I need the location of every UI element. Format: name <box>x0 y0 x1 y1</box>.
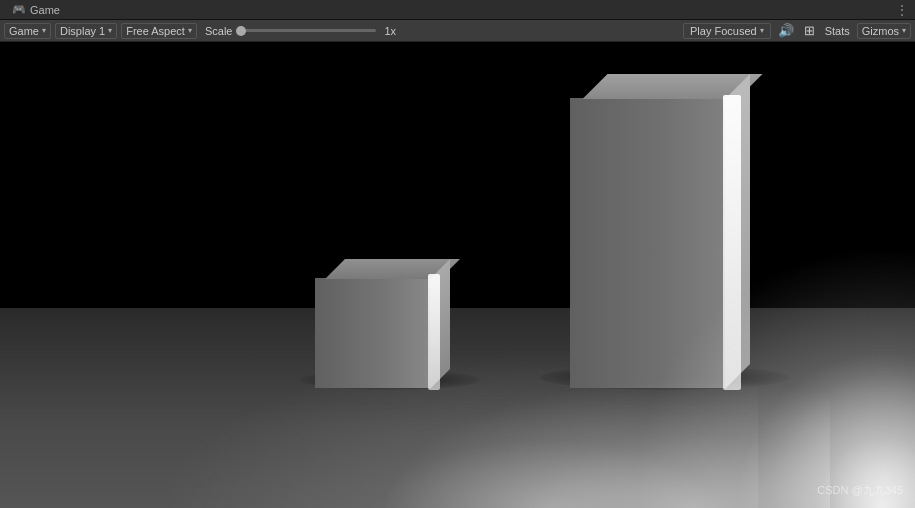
stats-button[interactable]: Stats <box>822 25 853 37</box>
aspect-dropdown-arrow: ▾ <box>188 26 192 35</box>
scale-slider[interactable] <box>236 29 376 32</box>
grid-button[interactable]: ⊞ <box>801 23 818 38</box>
aspect-dropdown-label: Free Aspect <box>126 25 185 37</box>
display-dropdown-label: Display 1 <box>60 25 105 37</box>
gizmos-label: Gizmos <box>862 25 899 37</box>
play-focused-arrow: ▾ <box>760 26 764 35</box>
tab-more-icon[interactable]: ⋮ <box>895 2 909 18</box>
audio-button[interactable]: 🔊 <box>775 23 797 38</box>
watermark: CSDN @九九345 <box>817 483 903 498</box>
game-tab[interactable]: 🎮 Game <box>6 3 66 16</box>
cube-small-front <box>315 278 430 388</box>
cube-large <box>570 74 725 388</box>
cube-large-front <box>570 98 725 388</box>
floor <box>0 308 915 508</box>
game-tab-icon: 🎮 <box>12 3 26 16</box>
toolbar: Game ▾ Display 1 ▾ Free Aspect ▾ Scale 1… <box>0 20 915 42</box>
tab-bar: 🎮 Game ⋮ <box>0 0 915 20</box>
game-dropdown-label: Game <box>9 25 39 37</box>
display-dropdown-arrow: ▾ <box>108 26 112 35</box>
cube-large-light-streak <box>723 95 741 390</box>
scale-label: Scale <box>205 25 233 37</box>
gizmos-dropdown[interactable]: Gizmos ▾ <box>857 23 911 39</box>
game-tab-label: Game <box>30 4 60 16</box>
gizmos-dropdown-arrow: ▾ <box>902 26 906 35</box>
game-viewport: CSDN @九九345 <box>0 42 915 508</box>
game-dropdown[interactable]: Game ▾ <box>4 23 51 39</box>
grid-icon: ⊞ <box>804 23 815 38</box>
cube-small-light-streak <box>428 274 440 390</box>
scale-value: 1x <box>384 25 396 37</box>
display-dropdown[interactable]: Display 1 ▾ <box>55 23 117 39</box>
cube-small <box>315 259 430 388</box>
aspect-dropdown[interactable]: Free Aspect ▾ <box>121 23 197 39</box>
play-focused-label: Play Focused <box>690 25 757 37</box>
audio-icon: 🔊 <box>778 23 794 38</box>
game-dropdown-arrow: ▾ <box>42 26 46 35</box>
play-focused-button[interactable]: Play Focused ▾ <box>683 23 771 39</box>
